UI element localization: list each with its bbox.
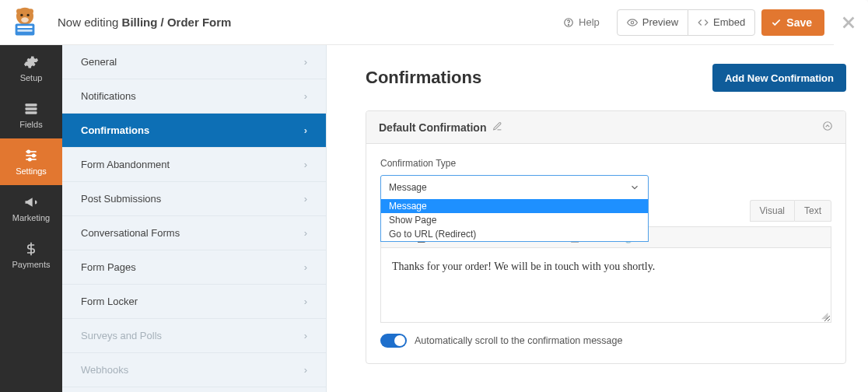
- rail-item-settings[interactable]: Settings: [0, 138, 62, 185]
- confirmation-panel: Default Confirmation Confirmation Type M…: [366, 110, 846, 364]
- panel-header[interactable]: Default Confirmation: [366, 111, 845, 144]
- autoscroll-toggle[interactable]: [380, 334, 407, 348]
- subnav-item-form-abandonment[interactable]: Form Abandonment›: [62, 148, 326, 182]
- svg-point-20: [27, 150, 30, 152]
- svg-point-5: [21, 17, 29, 23]
- type-label: Confirmation Type: [380, 158, 831, 169]
- subnav-item-webhooks[interactable]: Webhooks›: [62, 353, 326, 387]
- autoscroll-row: Automatically scroll to the confirmation…: [380, 334, 831, 348]
- resize-handle-icon[interactable]: ◢: [821, 310, 828, 320]
- close-icon[interactable]: [840, 14, 859, 33]
- preview-embed-group: Preview Embed: [617, 9, 755, 36]
- help-link[interactable]: Help: [563, 16, 600, 28]
- type-option-show-page[interactable]: Show Page: [381, 213, 648, 227]
- svg-rect-8: [17, 29, 32, 31]
- top-actions: Help Preview Embed Save: [563, 9, 824, 36]
- panel-title: Default Confirmation: [379, 121, 486, 134]
- form-name: Billing / Order Form: [122, 16, 232, 29]
- subnav-item-form-locker[interactable]: Form Locker›: [62, 285, 326, 319]
- editing-prefix: Now editing: [58, 16, 122, 29]
- top-bar: Now editing Billing / Order Form Help Pr…: [0, 0, 834, 45]
- confirmation-type-select[interactable]: Message MessageShow PageGo to URL (Redir…: [380, 175, 649, 200]
- left-rail: SetupFieldsSettingsMarketingPayments: [0, 45, 62, 392]
- add-confirmation-button[interactable]: Add New Confirmation: [712, 64, 846, 92]
- chevron-down-icon: [629, 182, 640, 193]
- message-editor[interactable]: Thanks for your order! We will be in tou…: [380, 248, 831, 323]
- subnav-item-surveys-and-polls[interactable]: Surveys and Polls›: [62, 319, 326, 353]
- svg-point-1: [16, 9, 22, 14]
- embed-button[interactable]: Embed: [688, 9, 755, 36]
- save-button[interactable]: Save: [761, 9, 824, 36]
- subnav-item-post-submissions[interactable]: Post Submissions›: [62, 182, 326, 216]
- editor-tabs: Visual Text: [750, 200, 831, 222]
- help-label: Help: [579, 16, 600, 28]
- autoscroll-label: Automatically scroll to the confirmation…: [415, 335, 622, 346]
- rail-item-fields[interactable]: Fields: [0, 92, 62, 138]
- select-dropdown: MessageShow PageGo to URL (Redirect): [380, 199, 649, 242]
- settings-subnav: General›Notifications›Confirmations›Form…: [62, 45, 327, 392]
- select-value: Message: [389, 182, 427, 193]
- app-logo: [8, 5, 42, 40]
- svg-point-11: [631, 21, 634, 24]
- subnav-item-conversational-forms[interactable]: Conversational Forms›: [62, 216, 326, 250]
- svg-point-22: [29, 158, 31, 160]
- svg-point-10: [569, 24, 569, 25]
- rail-item-setup[interactable]: Setup: [0, 45, 62, 92]
- svg-point-2: [28, 9, 33, 14]
- svg-rect-14: [26, 103, 37, 106]
- rail-item-payments[interactable]: Payments: [0, 232, 62, 278]
- editing-label: Now editing Billing / Order Form: [58, 16, 231, 29]
- svg-point-21: [33, 154, 35, 156]
- preview-button[interactable]: Preview: [617, 9, 688, 36]
- svg-point-4: [26, 13, 29, 16]
- svg-rect-16: [26, 111, 37, 114]
- preview-label: Preview: [642, 16, 678, 28]
- subnav-item-form-pages[interactable]: Form Pages›: [62, 250, 326, 285]
- save-label: Save: [786, 16, 812, 29]
- panel-body: Confirmation Type Message MessageShow Pa…: [366, 144, 845, 363]
- page-title: Confirmations: [366, 68, 481, 88]
- subnav-item-general[interactable]: General›: [62, 45, 326, 79]
- subnav-item-confirmations[interactable]: Confirmations›: [62, 114, 326, 148]
- svg-rect-7: [17, 26, 32, 28]
- edit-title-icon[interactable]: [492, 121, 502, 134]
- type-option-message[interactable]: Message: [381, 199, 648, 213]
- main-column: Confirmations Add New Confirmation Defau…: [327, 45, 868, 392]
- svg-point-24: [824, 122, 832, 131]
- main-header: Confirmations Add New Confirmation: [366, 64, 846, 92]
- subnav-item-notifications[interactable]: Notifications›: [62, 79, 326, 114]
- embed-label: Embed: [713, 16, 745, 28]
- svg-point-3: [20, 13, 23, 16]
- select-trigger[interactable]: Message: [380, 175, 649, 200]
- type-option-go-to-url-redirect-[interactable]: Go to URL (Redirect): [381, 227, 648, 241]
- rail-item-marketing[interactable]: Marketing: [0, 185, 62, 232]
- collapse-icon[interactable]: [822, 121, 833, 134]
- tab-text[interactable]: Text: [794, 200, 831, 222]
- tab-visual[interactable]: Visual: [750, 200, 794, 222]
- editor-content: Thanks for your order! We will be in tou…: [392, 261, 655, 272]
- svg-rect-15: [26, 107, 37, 110]
